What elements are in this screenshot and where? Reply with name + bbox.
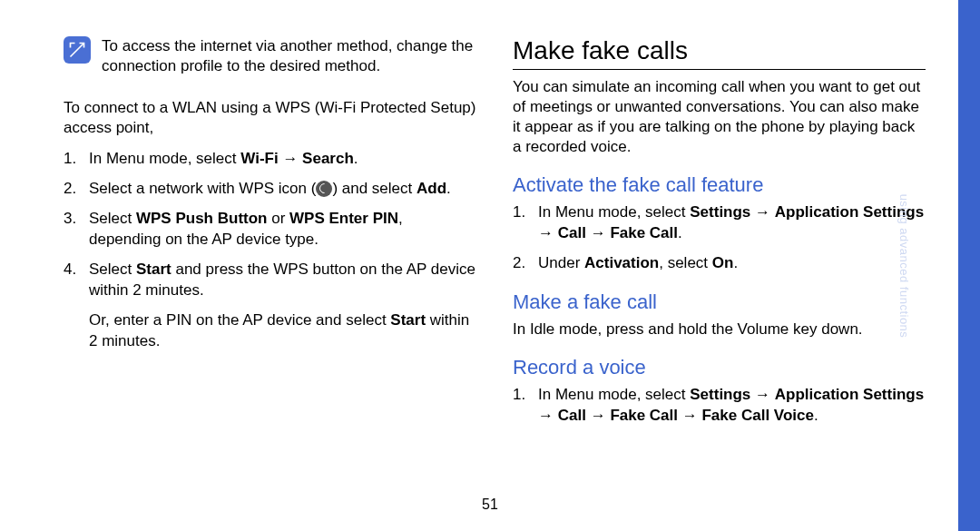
wps-icon <box>316 181 332 197</box>
step-4: Select Start and press the WPS button on… <box>64 260 476 352</box>
step-3: Select WPS Push Button or WPS Enter PIN,… <box>64 209 476 251</box>
section-intro: You can simulate an incoming call when y… <box>513 77 926 157</box>
subheading-make: Make a fake call <box>513 290 926 314</box>
wps-icon-inline <box>316 181 332 197</box>
page-number: 51 <box>482 497 498 513</box>
wps-steps: In Menu mode, select Wi-Fi → Search. Sel… <box>64 149 476 352</box>
activate-step-2: Under Activation, select On. <box>513 253 926 274</box>
note-icon <box>64 36 91 64</box>
info-note: To access the internet via another metho… <box>64 36 476 76</box>
side-tab: using advanced functions <box>958 0 980 531</box>
left-column: To access the internet via another metho… <box>64 36 476 495</box>
subheading-record: Record a voice <box>513 356 926 379</box>
page-content: To access the internet via another metho… <box>0 0 980 531</box>
subheading-activate: Activate the fake call feature <box>513 173 926 197</box>
activate-step-1: In Menu mode, select Settings → Applicat… <box>513 202 926 244</box>
make-text: In Idle mode, press and hold the Volume … <box>513 320 926 339</box>
step-4-or: Or, enter a PIN on the AP device and sel… <box>89 310 476 352</box>
step-1: In Menu mode, select Wi-Fi → Search. <box>64 149 476 170</box>
wps-intro: To connect to a WLAN using a WPS (Wi-Fi … <box>64 98 476 138</box>
record-steps: In Menu mode, select Settings → Applicat… <box>513 385 926 427</box>
side-tab-text: using advanced functions <box>897 193 911 338</box>
note-text: To access the internet via another metho… <box>102 36 476 76</box>
record-step-1: In Menu mode, select Settings → Applicat… <box>513 385 926 427</box>
step-2: Select a network with WPS icon () and se… <box>64 179 476 200</box>
right-column: Make fake calls You can simulate an inco… <box>513 36 926 495</box>
section-title: Make fake calls <box>513 36 926 70</box>
activate-steps: In Menu mode, select Settings → Applicat… <box>513 202 926 274</box>
